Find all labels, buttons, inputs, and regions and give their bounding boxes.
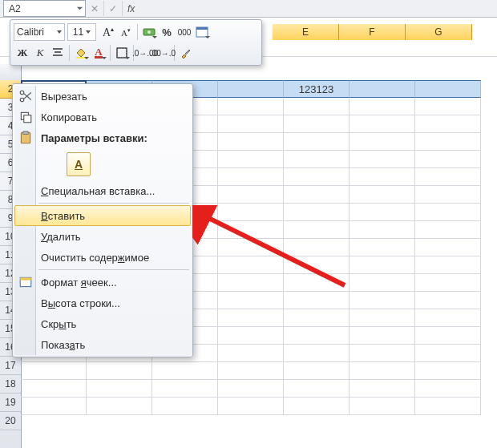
comma-style-button[interactable]: 000: [176, 23, 193, 41]
chevron-down-icon: [57, 30, 62, 34]
column-header[interactable]: G: [406, 24, 472, 40]
name-box-value: A2: [9, 3, 21, 14]
borders-button[interactable]: [113, 44, 131, 62]
font-size-select[interactable]: 11: [67, 23, 96, 41]
decrease-decimal-button[interactable]: .00→.0: [154, 44, 172, 62]
svg-point-7: [20, 98, 24, 102]
menu-paste-keep-source[interactable]: А: [14, 148, 191, 180]
menu-delete[interactable]: Удалить: [14, 226, 191, 247]
menu-label: Очистить содержимое: [41, 252, 149, 264]
menu-label: Вставить: [41, 210, 85, 222]
svg-rect-5: [117, 48, 127, 58]
mini-toolbar: Calibri 11 A▴ A▾ % 000 Ж К: [10, 19, 262, 66]
svg-rect-3: [196, 27, 208, 30]
row-header[interactable]: 20: [0, 412, 21, 430]
increase-font-icon: A▴: [103, 26, 114, 39]
align-center-icon: [51, 46, 64, 59]
menu-show[interactable]: Показать: [14, 334, 191, 355]
menu-label: Показать: [41, 339, 85, 351]
svg-rect-6: [117, 48, 127, 58]
menu-insert[interactable]: Вставить: [14, 205, 191, 226]
row-header[interactable]: 19: [0, 394, 21, 412]
paintbrush-icon: [180, 46, 192, 59]
cell-D2[interactable]: [218, 80, 284, 98]
percent-label: %: [162, 26, 172, 38]
format-painter-button[interactable]: [177, 44, 195, 62]
clipboard-icon: [18, 131, 33, 145]
number-format-button[interactable]: [193, 23, 211, 41]
increase-font-button[interactable]: A▴: [99, 23, 117, 41]
menu-cut[interactable]: Вырезать: [14, 86, 191, 107]
cell-E2[interactable]: 123123: [284, 80, 350, 98]
table-icon: [196, 26, 208, 38]
accept-formula-button: ✓: [104, 1, 123, 16]
scissors-icon: [18, 89, 33, 103]
menu-label: Удалить: [41, 231, 81, 243]
menu-copy[interactable]: Копировать: [14, 107, 191, 127]
svg-rect-4: [76, 57, 86, 59]
font-color-icon: A: [95, 47, 102, 59]
menu-hide[interactable]: Скрыть: [14, 313, 191, 334]
accounting-format-button[interactable]: [140, 23, 158, 41]
center-align-button[interactable]: [49, 44, 67, 62]
name-box[interactable]: A2: [3, 0, 86, 17]
menu-label: Скрыть: [41, 318, 76, 330]
decrease-decimal-icon: .00→.0: [150, 49, 176, 58]
menu-clear-contents[interactable]: Очистить содержимое: [14, 247, 191, 268]
svg-rect-10: [24, 115, 31, 123]
fill-color-button[interactable]: [72, 44, 90, 62]
cancel-formula-button: ✕: [86, 1, 104, 16]
row-header[interactable]: 17: [0, 357, 21, 375]
menu-format-cells[interactable]: Формат ячеек...: [14, 272, 191, 293]
thousand-label: 000: [178, 28, 192, 37]
svg-point-8: [20, 91, 24, 95]
cell-G2[interactable]: [415, 80, 481, 98]
paint-bucket-icon: [75, 46, 87, 59]
select-all-corner[interactable]: [0, 64, 22, 81]
menu-label: Параметры вставки:: [41, 132, 147, 144]
menu-paste-options-heading: Параметры вставки:: [14, 127, 191, 148]
menu-paste-special[interactable]: Специальная вставка...: [14, 180, 191, 201]
chevron-down-icon: [76, 5, 83, 12]
italic-button[interactable]: К: [31, 44, 49, 62]
svg-point-1: [147, 30, 151, 34]
font-name-value: Calibri: [17, 26, 44, 38]
row-header[interactable]: 18: [0, 375, 21, 394]
copy-icon: [18, 110, 33, 124]
formula-bar: A2 ✕ ✓ fx: [0, 0, 497, 18]
menu-label: Высота строки...: [41, 297, 120, 309]
menu-row-height[interactable]: Высота строки...: [14, 293, 191, 313]
column-header[interactable]: E: [273, 24, 339, 40]
cell-F2[interactable]: [350, 80, 415, 98]
svg-rect-12: [23, 131, 29, 134]
chevron-down-icon: [86, 30, 91, 34]
font-size-value: 11: [73, 26, 83, 38]
font-name-select[interactable]: Calibri: [14, 23, 65, 41]
row-context-menu: Вырезать Копировать Параметры вставки: А…: [12, 83, 193, 357]
format-cells-icon: [18, 275, 33, 289]
fx-label[interactable]: fx: [123, 3, 139, 14]
decrease-font-icon: A▾: [121, 27, 131, 38]
money-icon: [143, 26, 156, 38]
bold-button[interactable]: Ж: [14, 44, 31, 62]
paste-keep-source-icon: А: [67, 152, 91, 176]
menu-label: Формат ячеек...: [41, 276, 117, 289]
menu-label: Копировать: [41, 111, 97, 123]
column-header[interactable]: F: [339, 24, 406, 40]
menu-label: Специальная вставка...: [41, 185, 155, 197]
borders-icon: [115, 46, 128, 59]
decrease-font-button[interactable]: A▾: [117, 23, 135, 41]
percent-button[interactable]: %: [158, 23, 176, 41]
font-color-button[interactable]: A: [90, 44, 107, 62]
menu-label: Вырезать: [41, 91, 87, 103]
svg-rect-14: [20, 277, 31, 280]
